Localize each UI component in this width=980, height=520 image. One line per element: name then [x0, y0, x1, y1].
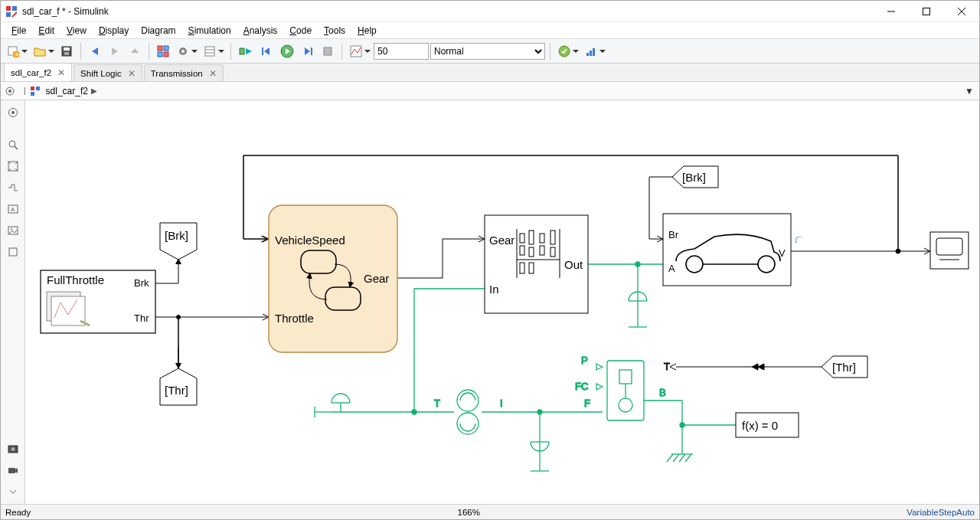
svg-text:Out: Out — [564, 258, 583, 271]
menu-file[interactable]: File — [5, 24, 32, 38]
svg-line-81 — [673, 454, 679, 462]
up-button[interactable] — [126, 42, 144, 61]
svg-rect-47 — [9, 248, 17, 256]
svg-rect-13 — [64, 52, 69, 55]
open-button[interactable] — [31, 42, 56, 61]
step-back-button[interactable] — [257, 42, 276, 61]
annotation-button[interactable]: A — [4, 200, 22, 218]
breadcrumb-path[interactable]: sdl_car_f2 — [46, 86, 88, 96]
hide-show-explorer-button[interactable] — [4, 103, 22, 122]
area-button[interactable] — [4, 243, 22, 261]
fit-to-view-button[interactable] — [4, 157, 22, 175]
breadcrumb-dropdown[interactable]: ▼ — [962, 86, 976, 96]
config-button[interactable] — [174, 42, 199, 61]
svg-point-124 — [795, 241, 797, 243]
model-advisor-button[interactable] — [555, 42, 580, 61]
breadcrumb-bar: | sdl_car_f2 ▶ ▼ — [1, 82, 979, 100]
stop-button[interactable] — [318, 42, 337, 61]
svg-text:Br: Br — [668, 229, 679, 240]
svg-text:Gear: Gear — [364, 272, 389, 285]
svg-text:[Thr]: [Thr] — [832, 361, 856, 374]
back-button[interactable] — [86, 42, 104, 61]
tab-sdl-car-f2[interactable]: sdl_car_f2✕ — [4, 63, 72, 81]
screenshot-button[interactable] — [4, 440, 22, 458]
block-fullthrottle[interactable]: FullThrottle Brk Thr — [41, 270, 155, 333]
svg-line-80 — [667, 454, 673, 462]
dropdown-icon — [572, 48, 580, 54]
model-explorer-button[interactable] — [201, 42, 226, 61]
new-model-button[interactable] — [4, 42, 29, 61]
tab-shift-logic[interactable]: Shift Logic✕ — [74, 64, 142, 81]
tab-close-icon[interactable]: ✕ — [209, 68, 217, 79]
status-solver[interactable]: VariableStepAuto — [906, 508, 975, 517]
svg-text:I: I — [500, 397, 503, 409]
svg-rect-23 — [240, 48, 244, 54]
dropdown-icon — [21, 48, 28, 54]
step-forward-button[interactable] — [299, 42, 317, 61]
svg-rect-20 — [205, 47, 214, 56]
library-browser-button[interactable] — [154, 42, 172, 61]
maximize-button[interactable] — [909, 1, 944, 22]
window-title: sdl_car_f * - Simulink — [22, 6, 109, 17]
svg-rect-126 — [936, 238, 962, 255]
menu-simulation[interactable]: Simulation — [182, 24, 237, 38]
block-transmission[interactable]: Gear In Out — [485, 215, 588, 313]
forward-button[interactable] — [106, 42, 124, 61]
svg-text:In: In — [489, 283, 499, 296]
menu-diagram[interactable]: Diagram — [135, 24, 181, 38]
stop-time-input[interactable] — [374, 43, 429, 60]
build-button[interactable] — [582, 42, 607, 61]
block-scope[interactable] — [930, 232, 969, 269]
fast-restart-button[interactable] — [236, 42, 256, 61]
status-ready: Ready — [5, 508, 31, 517]
signal-viewer-button[interactable] — [347, 42, 372, 61]
block-stateflow-shift-logic[interactable]: VehicleSpeed Throttle Gear — [269, 205, 397, 352]
block-from-thr[interactable]: [Thr] — [822, 356, 867, 378]
svg-rect-16 — [158, 52, 162, 57]
dropdown-icon — [191, 48, 198, 54]
svg-rect-2 — [6, 12, 11, 17]
block-goto-brk[interactable]: [Brk] — [160, 223, 197, 260]
diagram-canvas[interactable]: T — [25, 100, 979, 504]
tab-close-icon[interactable]: ✕ — [128, 68, 136, 79]
svg-rect-17 — [164, 52, 168, 57]
svg-rect-0 — [6, 6, 11, 11]
image-button[interactable] — [4, 221, 22, 240]
menu-tools[interactable]: Tools — [318, 24, 351, 38]
menu-code[interactable]: Code — [283, 24, 318, 38]
record-button[interactable] — [4, 461, 22, 479]
tab-close-icon[interactable]: ✕ — [57, 67, 65, 78]
block-solver-configuration[interactable]: f(x) = 0 — [736, 413, 799, 437]
block-vehicle-body[interactable]: Br A V — [663, 214, 802, 286]
tab-transmission[interactable]: Transmission✕ — [144, 64, 224, 81]
save-button[interactable] — [57, 42, 76, 61]
svg-text:VehicleSpeed: VehicleSpeed — [275, 234, 345, 247]
minimize-button[interactable] — [874, 1, 909, 22]
expand-palette-button[interactable] — [4, 482, 22, 501]
simulation-mode-select[interactable]: Normal — [430, 43, 545, 60]
svg-point-39 — [11, 111, 15, 114]
svg-line-82 — [679, 454, 685, 462]
svg-rect-27 — [324, 47, 332, 55]
svg-rect-50 — [8, 468, 15, 473]
svg-rect-30 — [586, 53, 589, 56]
menu-view[interactable]: View — [60, 24, 93, 38]
menu-edit[interactable]: Edit — [32, 24, 60, 38]
menu-help[interactable]: Help — [351, 24, 383, 38]
svg-line-41 — [15, 146, 18, 149]
model-icon[interactable] — [29, 85, 41, 97]
menu-display[interactable]: Display — [93, 24, 135, 38]
svg-text:Brk: Brk — [134, 277, 149, 289]
svg-rect-31 — [590, 51, 592, 56]
breadcrumb-root-icon[interactable] — [4, 85, 16, 97]
zoom-fit-button[interactable] — [4, 136, 22, 154]
svg-rect-15 — [164, 46, 168, 51]
block-goto-thr[interactable]: [Thr] — [160, 368, 197, 405]
sample-time-button[interactable] — [4, 178, 22, 197]
close-button[interactable] — [944, 1, 979, 22]
run-button[interactable] — [277, 42, 297, 61]
menu-analysis[interactable]: Analysis — [237, 24, 284, 38]
svg-text:A: A — [668, 263, 675, 274]
toolbar: Normal — [1, 39, 979, 64]
block-from-brk[interactable]: [Brk] — [672, 166, 718, 188]
